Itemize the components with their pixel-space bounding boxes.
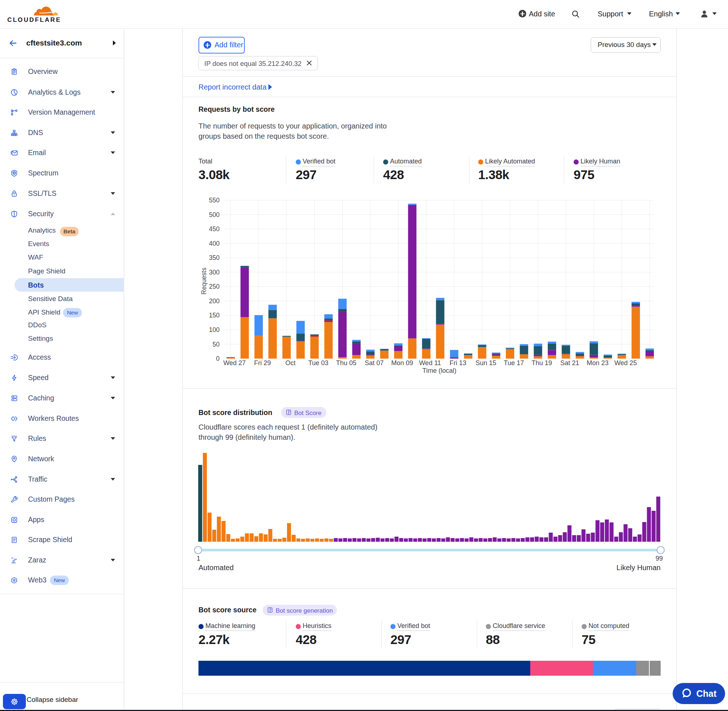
svg-text:450: 450 bbox=[209, 225, 220, 233]
svg-text:Tue 17: Tue 17 bbox=[504, 359, 524, 367]
svg-text:Fri 13: Fri 13 bbox=[450, 359, 467, 367]
svg-text:Thu 19: Thu 19 bbox=[532, 359, 552, 367]
svg-text:200: 200 bbox=[209, 298, 220, 305]
svg-text:99: 99 bbox=[656, 555, 663, 562]
svg-text:Wed 27: Wed 27 bbox=[223, 359, 246, 367]
svg-text:Sat 07: Sat 07 bbox=[365, 359, 384, 367]
svg-text:Wed 11: Wed 11 bbox=[419, 359, 441, 367]
svg-text:350: 350 bbox=[209, 254, 220, 261]
svg-text:1: 1 bbox=[196, 555, 200, 562]
svg-text:Time (local): Time (local) bbox=[422, 367, 456, 374]
svg-text:Wed 25: Wed 25 bbox=[614, 359, 637, 367]
svg-text:Fri 29: Fri 29 bbox=[254, 359, 271, 367]
svg-text:Oct: Oct bbox=[285, 359, 295, 367]
svg-text:250: 250 bbox=[209, 283, 220, 290]
svg-text:50: 50 bbox=[213, 341, 220, 348]
svg-text:550: 550 bbox=[209, 196, 220, 204]
svg-text:400: 400 bbox=[209, 240, 220, 247]
svg-text:0: 0 bbox=[216, 355, 220, 362]
svg-text:500: 500 bbox=[209, 211, 220, 218]
svg-text:Thu 05: Thu 05 bbox=[336, 359, 357, 367]
svg-text:Mon 23: Mon 23 bbox=[587, 359, 608, 367]
svg-text:Mon 09: Mon 09 bbox=[391, 359, 413, 367]
svg-text:Sat 21: Sat 21 bbox=[560, 359, 579, 367]
svg-text:Tue 03: Tue 03 bbox=[308, 359, 328, 367]
svg-text:Requests: Requests bbox=[200, 268, 208, 295]
svg-text:Sun 15: Sun 15 bbox=[475, 359, 496, 367]
svg-text:150: 150 bbox=[209, 312, 220, 319]
svg-text:300: 300 bbox=[209, 268, 220, 276]
svg-text:100: 100 bbox=[209, 326, 220, 333]
